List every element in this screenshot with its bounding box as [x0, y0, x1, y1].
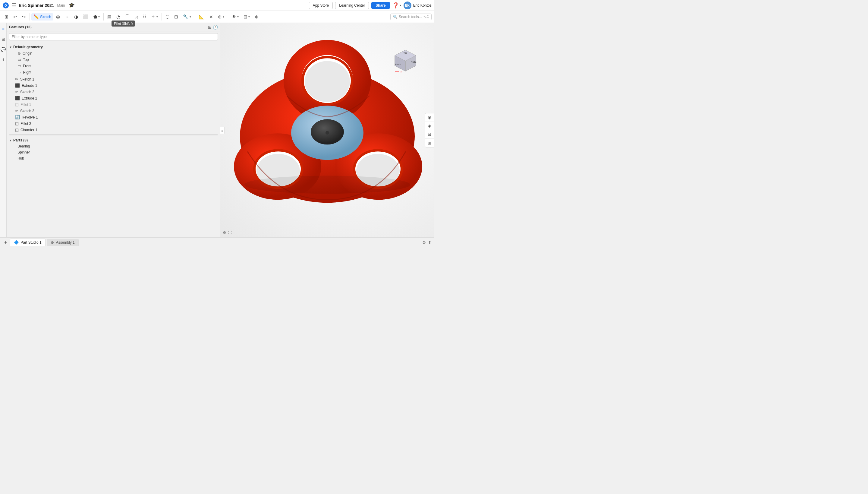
main-area: ≡ ⊞ 💬 ℹ Features (13) ⊞ 🕐 ▼ Default geom… — [0, 23, 434, 238]
wrap-btn[interactable]: 🔧 ▾ — [181, 13, 193, 20]
sidebar-icon-parts[interactable]: ⊞ — [0, 36, 6, 43]
bottombar-export-icon[interactable]: ⬆ — [428, 240, 432, 245]
revolve-btn[interactable]: ◔ — [114, 13, 122, 20]
section-btn[interactable]: ⊡ ▾ — [241, 13, 252, 20]
feature-tree: ▼ Default geometry ⊕ Origin ▭ Top ▭ Fron… — [7, 42, 220, 238]
pattern-icon: ⠿ — [143, 14, 146, 20]
parts-chevron-icon: ▼ — [9, 139, 12, 142]
shell-btn[interactable]: ⬜ — [81, 13, 91, 20]
tree-item-spinner[interactable]: Spinner — [7, 149, 220, 155]
delete-btn[interactable]: ✕ — [207, 13, 215, 20]
assembly-tab-label: Assembly 1 — [56, 240, 75, 245]
origin-label: Origin — [23, 51, 32, 56]
boolean-btn[interactable]: ◑ — [72, 13, 80, 20]
hamburger-menu[interactable]: ☰ — [12, 2, 16, 9]
mirror-icon: ⫩ — [151, 14, 156, 19]
undo-button[interactable]: ↩ — [11, 13, 19, 20]
tree-item-fillet2[interactable]: ◱ Fillet 2 — [7, 120, 220, 127]
view-wireframe-button[interactable]: ⊟ — [425, 130, 434, 139]
spinner-label: Spinner — [18, 150, 30, 154]
mirror-btn[interactable]: ⫩ ▾ — [149, 13, 160, 20]
sketch-button[interactable]: ✏️ Sketch — [31, 13, 53, 20]
layout-icon: ⊞ — [4, 14, 8, 20]
wrap-caret-icon: ▾ — [190, 15, 191, 18]
panel-history-icon[interactable]: 🕐 — [213, 25, 218, 30]
viewport-bottom-controls: ⚙ ⛶ — [223, 230, 232, 235]
tree-item-sketch3[interactable]: ✏ Sketch 3 — [7, 108, 220, 114]
default-geometry-label: Default geometry — [13, 45, 43, 49]
view-style-button[interactable]: ◉ — [425, 113, 434, 122]
tree-item-right[interactable]: ▭ Right — [7, 69, 220, 75]
tree-item-hub[interactable]: Hub — [7, 155, 220, 162]
tree-item-chamfer1[interactable]: ◱ Chamfer 1 — [7, 127, 220, 133]
tree-item-sketch2[interactable]: ✏ Sketch 2 — [7, 89, 220, 95]
toolbar-layout-btn[interactable]: ⊞ — [2, 13, 11, 20]
tree-item-revolve1[interactable]: 🔄 Revolve 1 — [7, 114, 220, 120]
user-menu[interactable]: EK Eric Kontos — [403, 1, 432, 10]
display-btn[interactable]: 👁 ▾ — [230, 13, 241, 20]
target-icon: ⊕ — [255, 14, 259, 20]
fillet-btn[interactable]: ⌒ — [123, 13, 132, 20]
chamfer1-label: Chamfer 1 — [20, 128, 37, 132]
svg-point-17 — [326, 131, 329, 134]
tree-item-front[interactable]: ▭ Front — [7, 63, 220, 69]
panel-icon-group: ⊞ 🕐 — [208, 25, 218, 30]
construction-btn[interactable]: ◎ — [54, 13, 62, 20]
offset-btn[interactable]: ⊞ — [172, 13, 180, 20]
sidebar-icon-info[interactable]: ℹ — [1, 56, 5, 63]
parts-header[interactable]: ▼ Parts (3) — [7, 137, 220, 143]
tree-item-extrude2[interactable]: ⬛ Extrude 2 — [7, 95, 220, 101]
sketch3-label: Sketch 3 — [20, 109, 34, 113]
settings-bottom-icon[interactable]: ⚙ — [223, 230, 226, 235]
top-navigation: O ☰ Eric Spinner 2021 Main 🎓 App Store L… — [0, 0, 434, 11]
panel-insert-icon[interactable]: ⊞ — [208, 25, 212, 30]
filter-input[interactable] — [9, 33, 218, 40]
chamfer-btn[interactable]: ◿ — [132, 13, 140, 20]
tree-item-extrude1[interactable]: ⬛ Extrude 1 — [7, 82, 220, 89]
assembly-tab[interactable]: ⚙ Assembly 1 — [47, 239, 79, 246]
learning-center-button[interactable]: Learning Center — [335, 2, 369, 9]
fullscreen-icon[interactable]: ⛶ — [228, 230, 232, 235]
display-caret-icon: ▾ — [237, 15, 239, 18]
share-button[interactable]: Share — [371, 2, 390, 9]
tree-item-origin[interactable]: ⊕ Origin — [7, 50, 220, 56]
3d-viewport[interactable]: Top Front Right X ◉ ◈ ⊟ ⊞ ≡ ⚙ ⛶ — [220, 23, 434, 238]
sidebar-icon-features[interactable]: ≡ — [1, 25, 5, 33]
app-store-button[interactable]: App Store — [309, 2, 333, 9]
chamfer1-icon: ◱ — [15, 128, 19, 132]
default-geometry-header[interactable]: ▼ Default geometry — [7, 44, 220, 50]
part-studio-tab[interactable]: 🔷 Part Studio 1 — [10, 239, 45, 246]
extrude-btn[interactable]: ▤ — [105, 13, 114, 20]
document-title[interactable]: Eric Spinner 2021 — [19, 3, 54, 8]
search-tools-label: Search tools... — [399, 15, 422, 19]
tree-item-bearing[interactable]: Bearing — [7, 143, 220, 149]
sidebar-icon-chat[interactable]: 💬 — [0, 46, 7, 53]
sketch-icon: ✏️ — [34, 14, 39, 20]
bottombar-settings-icon[interactable]: ⚙ — [422, 240, 426, 245]
redo-icon: ↪ — [22, 14, 26, 20]
pattern-btn[interactable]: ⠿ — [141, 13, 148, 20]
tree-item-top[interactable]: ▭ Top — [7, 56, 220, 63]
tree-item-sketch1[interactable]: ✏ Sketch 1 — [7, 76, 220, 82]
redo-button[interactable]: ↪ — [20, 13, 28, 20]
parts-label: Parts (3) — [13, 138, 28, 142]
more-btn[interactable]: ⊕ ▾ — [216, 13, 226, 20]
view-section-button[interactable]: ⊞ — [425, 139, 434, 147]
tree-item-fillet1[interactable]: ◱ Fillet 1 — [7, 101, 220, 108]
help-button[interactable]: ❓▾ — [392, 2, 401, 9]
add-tab-button[interactable]: + — [2, 239, 9, 246]
target-btn[interactable]: ⊕ — [253, 13, 261, 20]
extrude1-label: Extrude 1 — [22, 83, 37, 88]
search-tools-input[interactable]: 🔍 Search tools... ⌥C — [390, 14, 432, 20]
transform-btn[interactable]: ↔ — [63, 13, 72, 20]
onshape-logo[interactable]: O — [2, 2, 9, 9]
right-label: Right — [23, 70, 31, 75]
draft-btn[interactable]: ⬟ ▾ — [91, 13, 102, 20]
loft-btn[interactable]: ⬡ — [163, 13, 172, 20]
measure-btn[interactable]: 📐 — [197, 13, 206, 20]
collapse-panel-button[interactable]: ≡ — [220, 126, 224, 134]
view-shading-button[interactable]: ◈ — [425, 122, 434, 130]
origin-icon: ⊕ — [18, 51, 21, 56]
main-toolbar: Fillet (Shift-f) ⊞ ↩ ↪ ✏️ Sketch ◎ ↔ ◑ ⬜… — [0, 11, 434, 23]
orientation-cube[interactable]: Top Front Right X — [392, 47, 416, 71]
